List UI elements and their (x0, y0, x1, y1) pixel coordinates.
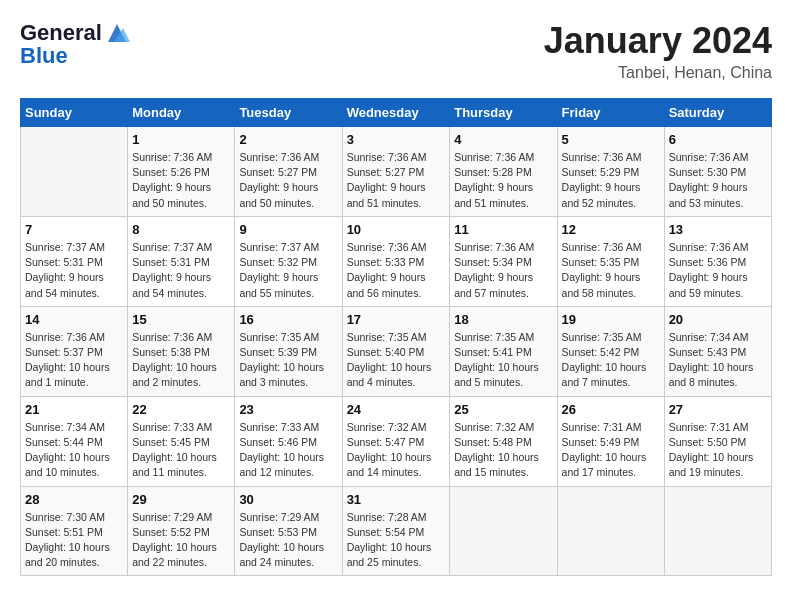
day-number: 18 (454, 312, 552, 327)
page-header: General Blue January 2024 Tanbei, Henan,… (20, 20, 772, 82)
calendar-day-cell: 3Sunrise: 7:36 AMSunset: 5:27 PMDaylight… (342, 127, 450, 217)
day-number: 29 (132, 492, 230, 507)
day-info: Sunrise: 7:36 AMSunset: 5:27 PMDaylight:… (239, 150, 337, 211)
day-info: Sunrise: 7:36 AMSunset: 5:38 PMDaylight:… (132, 330, 230, 391)
day-info: Sunrise: 7:28 AMSunset: 5:54 PMDaylight:… (347, 510, 446, 571)
day-number: 9 (239, 222, 337, 237)
weekday-header: Wednesday (342, 99, 450, 127)
day-info: Sunrise: 7:29 AMSunset: 5:52 PMDaylight:… (132, 510, 230, 571)
calendar-day-cell: 9Sunrise: 7:37 AMSunset: 5:32 PMDaylight… (235, 216, 342, 306)
day-number: 12 (562, 222, 660, 237)
weekday-header: Sunday (21, 99, 128, 127)
subtitle: Tanbei, Henan, China (544, 64, 772, 82)
day-info: Sunrise: 7:36 AMSunset: 5:34 PMDaylight:… (454, 240, 552, 301)
day-info: Sunrise: 7:32 AMSunset: 5:48 PMDaylight:… (454, 420, 552, 481)
day-info: Sunrise: 7:36 AMSunset: 5:29 PMDaylight:… (562, 150, 660, 211)
logo-blue: Blue (20, 44, 130, 68)
weekday-header: Saturday (664, 99, 771, 127)
day-number: 8 (132, 222, 230, 237)
day-number: 10 (347, 222, 446, 237)
day-number: 6 (669, 132, 767, 147)
calendar-day-cell: 18Sunrise: 7:35 AMSunset: 5:41 PMDayligh… (450, 306, 557, 396)
day-number: 20 (669, 312, 767, 327)
day-number: 25 (454, 402, 552, 417)
calendar-day-cell: 5Sunrise: 7:36 AMSunset: 5:29 PMDaylight… (557, 127, 664, 217)
day-number: 2 (239, 132, 337, 147)
calendar-day-cell: 31Sunrise: 7:28 AMSunset: 5:54 PMDayligh… (342, 486, 450, 576)
calendar-day-cell: 1Sunrise: 7:36 AMSunset: 5:26 PMDaylight… (128, 127, 235, 217)
day-number: 22 (132, 402, 230, 417)
day-number: 1 (132, 132, 230, 147)
day-info: Sunrise: 7:35 AMSunset: 5:41 PMDaylight:… (454, 330, 552, 391)
day-info: Sunrise: 7:31 AMSunset: 5:50 PMDaylight:… (669, 420, 767, 481)
weekday-header: Tuesday (235, 99, 342, 127)
calendar-day-cell: 22Sunrise: 7:33 AMSunset: 5:45 PMDayligh… (128, 396, 235, 486)
calendar-day-cell: 25Sunrise: 7:32 AMSunset: 5:48 PMDayligh… (450, 396, 557, 486)
day-info: Sunrise: 7:34 AMSunset: 5:43 PMDaylight:… (669, 330, 767, 391)
calendar-day-cell: 11Sunrise: 7:36 AMSunset: 5:34 PMDayligh… (450, 216, 557, 306)
calendar-day-cell (557, 486, 664, 576)
day-info: Sunrise: 7:36 AMSunset: 5:26 PMDaylight:… (132, 150, 230, 211)
day-info: Sunrise: 7:36 AMSunset: 5:35 PMDaylight:… (562, 240, 660, 301)
day-number: 7 (25, 222, 123, 237)
calendar-day-cell: 20Sunrise: 7:34 AMSunset: 5:43 PMDayligh… (664, 306, 771, 396)
day-number: 27 (669, 402, 767, 417)
day-number: 21 (25, 402, 123, 417)
calendar-day-cell: 29Sunrise: 7:29 AMSunset: 5:52 PMDayligh… (128, 486, 235, 576)
day-number: 15 (132, 312, 230, 327)
calendar-day-cell: 8Sunrise: 7:37 AMSunset: 5:31 PMDaylight… (128, 216, 235, 306)
day-info: Sunrise: 7:37 AMSunset: 5:31 PMDaylight:… (25, 240, 123, 301)
calendar-day-cell: 23Sunrise: 7:33 AMSunset: 5:46 PMDayligh… (235, 396, 342, 486)
day-info: Sunrise: 7:33 AMSunset: 5:45 PMDaylight:… (132, 420, 230, 481)
calendar-day-cell: 4Sunrise: 7:36 AMSunset: 5:28 PMDaylight… (450, 127, 557, 217)
calendar-day-cell: 6Sunrise: 7:36 AMSunset: 5:30 PMDaylight… (664, 127, 771, 217)
day-number: 5 (562, 132, 660, 147)
calendar-week-row: 14Sunrise: 7:36 AMSunset: 5:37 PMDayligh… (21, 306, 772, 396)
day-info: Sunrise: 7:36 AMSunset: 5:37 PMDaylight:… (25, 330, 123, 391)
calendar-day-cell: 2Sunrise: 7:36 AMSunset: 5:27 PMDaylight… (235, 127, 342, 217)
day-number: 19 (562, 312, 660, 327)
calendar-day-cell (664, 486, 771, 576)
day-info: Sunrise: 7:36 AMSunset: 5:33 PMDaylight:… (347, 240, 446, 301)
weekday-header: Monday (128, 99, 235, 127)
day-info: Sunrise: 7:32 AMSunset: 5:47 PMDaylight:… (347, 420, 446, 481)
calendar-day-cell: 14Sunrise: 7:36 AMSunset: 5:37 PMDayligh… (21, 306, 128, 396)
calendar-day-cell: 13Sunrise: 7:36 AMSunset: 5:36 PMDayligh… (664, 216, 771, 306)
calendar-day-cell (450, 486, 557, 576)
calendar-day-cell: 7Sunrise: 7:37 AMSunset: 5:31 PMDaylight… (21, 216, 128, 306)
day-info: Sunrise: 7:34 AMSunset: 5:44 PMDaylight:… (25, 420, 123, 481)
calendar-day-cell: 24Sunrise: 7:32 AMSunset: 5:47 PMDayligh… (342, 396, 450, 486)
day-number: 11 (454, 222, 552, 237)
day-number: 16 (239, 312, 337, 327)
logo: General Blue (20, 20, 130, 68)
day-number: 28 (25, 492, 123, 507)
calendar-day-cell: 15Sunrise: 7:36 AMSunset: 5:38 PMDayligh… (128, 306, 235, 396)
calendar-day-cell: 17Sunrise: 7:35 AMSunset: 5:40 PMDayligh… (342, 306, 450, 396)
calendar-table: SundayMondayTuesdayWednesdayThursdayFrid… (20, 98, 772, 576)
day-number: 13 (669, 222, 767, 237)
day-info: Sunrise: 7:31 AMSunset: 5:49 PMDaylight:… (562, 420, 660, 481)
calendar-week-row: 28Sunrise: 7:30 AMSunset: 5:51 PMDayligh… (21, 486, 772, 576)
day-number: 17 (347, 312, 446, 327)
logo-text: General (20, 21, 102, 45)
day-info: Sunrise: 7:36 AMSunset: 5:36 PMDaylight:… (669, 240, 767, 301)
day-info: Sunrise: 7:37 AMSunset: 5:31 PMDaylight:… (132, 240, 230, 301)
day-number: 30 (239, 492, 337, 507)
day-info: Sunrise: 7:36 AMSunset: 5:30 PMDaylight:… (669, 150, 767, 211)
day-info: Sunrise: 7:37 AMSunset: 5:32 PMDaylight:… (239, 240, 337, 301)
day-info: Sunrise: 7:35 AMSunset: 5:42 PMDaylight:… (562, 330, 660, 391)
day-number: 3 (347, 132, 446, 147)
logo-icon (104, 20, 130, 46)
title-area: January 2024 Tanbei, Henan, China (544, 20, 772, 82)
calendar-day-cell (21, 127, 128, 217)
main-title: January 2024 (544, 20, 772, 62)
calendar-day-cell: 26Sunrise: 7:31 AMSunset: 5:49 PMDayligh… (557, 396, 664, 486)
day-info: Sunrise: 7:35 AMSunset: 5:39 PMDaylight:… (239, 330, 337, 391)
calendar-header-row: SundayMondayTuesdayWednesdayThursdayFrid… (21, 99, 772, 127)
day-info: Sunrise: 7:36 AMSunset: 5:27 PMDaylight:… (347, 150, 446, 211)
calendar-day-cell: 21Sunrise: 7:34 AMSunset: 5:44 PMDayligh… (21, 396, 128, 486)
calendar-day-cell: 27Sunrise: 7:31 AMSunset: 5:50 PMDayligh… (664, 396, 771, 486)
day-info: Sunrise: 7:35 AMSunset: 5:40 PMDaylight:… (347, 330, 446, 391)
day-info: Sunrise: 7:33 AMSunset: 5:46 PMDaylight:… (239, 420, 337, 481)
calendar-day-cell: 30Sunrise: 7:29 AMSunset: 5:53 PMDayligh… (235, 486, 342, 576)
